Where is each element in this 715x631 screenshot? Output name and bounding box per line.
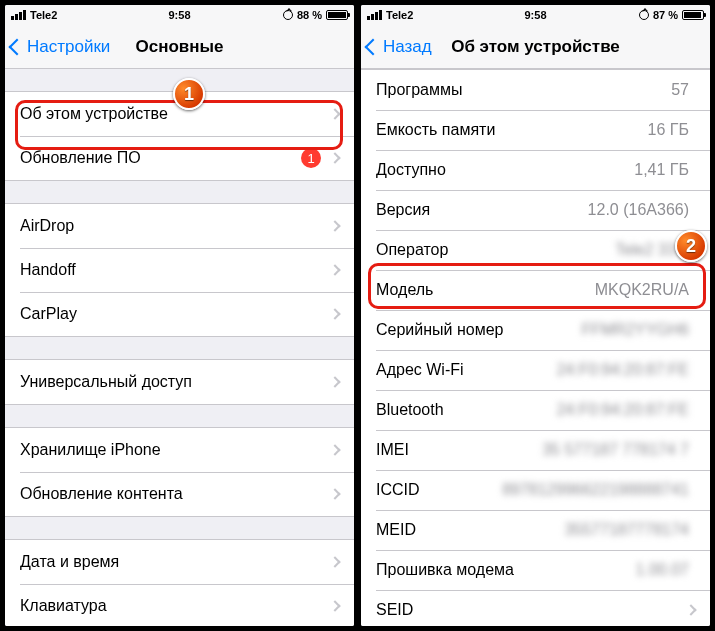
chevron-right-icon — [329, 308, 340, 319]
settings-row[interactable]: AirDrop — [5, 204, 354, 248]
settings-row[interactable]: Универсальный доступ — [5, 360, 354, 404]
about-row: Версия12.0 (16A366) — [361, 190, 710, 230]
settings-row[interactable]: Дата и время — [5, 540, 354, 584]
signal-icon — [11, 10, 26, 20]
chevron-right-icon — [329, 444, 340, 455]
about-row: MEID35577187778174 — [361, 510, 710, 550]
row-label: Емкость памяти — [376, 121, 648, 139]
signal-icon — [367, 10, 382, 20]
settings-group: Хранилище iPhoneОбновление контента — [5, 427, 354, 517]
about-row: МодельMKQK2RU/A — [361, 270, 710, 310]
row-label: Хранилище iPhone — [20, 441, 331, 459]
settings-row[interactable]: Handoff — [5, 248, 354, 292]
about-row[interactable]: SEID — [361, 590, 710, 626]
orientation-lock-icon — [639, 10, 649, 20]
about-row: Прошивка модема1.00.07 — [361, 550, 710, 590]
settings-row[interactable]: Обновление ПО1 — [5, 136, 354, 180]
chevron-right-icon — [329, 376, 340, 387]
row-label: Программы — [376, 81, 671, 99]
row-value: 35 577187 778174 7 — [542, 441, 689, 459]
battery-percent: 88 % — [297, 9, 322, 21]
update-badge: 1 — [301, 148, 321, 168]
navbar: Настройки Основные — [5, 25, 354, 69]
row-value: 12.0 (16A366) — [588, 201, 689, 219]
row-value: 57 — [671, 81, 689, 99]
row-label: AirDrop — [20, 217, 331, 235]
back-button[interactable]: Назад — [367, 37, 432, 57]
row-label: Bluetooth — [376, 401, 556, 419]
row-value: 35577187778174 — [564, 521, 689, 539]
row-label: Обновление ПО — [20, 149, 301, 167]
row-label: Адрес Wi-Fi — [376, 361, 556, 379]
chevron-right-icon — [329, 220, 340, 231]
navbar: Назад Об этом устройстве — [361, 25, 710, 69]
carrier-label: Tele2 — [30, 9, 57, 21]
settings-group: Универсальный доступ — [5, 359, 354, 405]
clock: 9:58 — [524, 9, 546, 21]
row-label: Универсальный доступ — [20, 373, 331, 391]
about-row: Емкость памяти16 ГБ — [361, 110, 710, 150]
settings-list[interactable]: Об этом устройствеОбновление ПО1AirDropH… — [5, 69, 354, 626]
about-row: Доступно1,41 ГБ — [361, 150, 710, 190]
row-label: Оператор — [376, 241, 615, 259]
phone-about-device: Tele2 9:58 87 % Назад Об этом устройстве… — [361, 5, 710, 626]
row-label: ICCID — [376, 481, 502, 499]
row-value: 897812996622198888741 — [502, 481, 689, 499]
settings-group: Дата и времяКлавиатура — [5, 539, 354, 626]
battery-icon — [682, 10, 704, 20]
settings-group: AirDropHandoffCarPlay — [5, 203, 354, 337]
row-label: Об этом устройстве — [20, 105, 331, 123]
status-bar: Tele2 9:58 88 % — [5, 5, 354, 25]
about-row: Программы57 — [361, 70, 710, 110]
settings-row[interactable]: Клавиатура — [5, 584, 354, 626]
chevron-right-icon — [329, 556, 340, 567]
chevron-right-icon — [329, 152, 340, 163]
settings-row[interactable]: CarPlay — [5, 292, 354, 336]
settings-row[interactable]: Хранилище iPhone — [5, 428, 354, 472]
back-button[interactable]: Настройки — [11, 37, 110, 57]
row-label: SEID — [376, 601, 687, 619]
chevron-left-icon — [365, 38, 382, 55]
row-value: 24:F0:94:20:87:FE — [556, 401, 689, 419]
carrier-label: Tele2 — [386, 9, 413, 21]
battery-icon — [326, 10, 348, 20]
row-value: 1.00.07 — [636, 561, 689, 579]
row-label: MEID — [376, 521, 564, 539]
chevron-right-icon — [685, 604, 696, 615]
row-value: 16 ГБ — [648, 121, 689, 139]
row-label: CarPlay — [20, 305, 331, 323]
row-value: 24:F0:94:20:87:FE — [556, 361, 689, 379]
row-label: Версия — [376, 201, 588, 219]
chevron-right-icon — [329, 264, 340, 275]
clock: 9:58 — [168, 9, 190, 21]
back-label: Назад — [383, 37, 432, 57]
page-title: Основные — [135, 37, 223, 57]
row-label: Дата и время — [20, 553, 331, 571]
row-label: Клавиатура — [20, 597, 331, 615]
status-bar: Tele2 9:58 87 % — [361, 5, 710, 25]
row-value: MKQK2RU/A — [595, 281, 689, 299]
row-value: 1,41 ГБ — [634, 161, 689, 179]
about-row: IMEI35 577187 778174 7 — [361, 430, 710, 470]
battery-percent: 87 % — [653, 9, 678, 21]
chevron-right-icon — [329, 488, 340, 499]
about-list[interactable]: Программы57Емкость памяти16 ГБДоступно1,… — [361, 69, 710, 626]
about-row: Bluetooth24:F0:94:20:87:FE — [361, 390, 710, 430]
chevron-left-icon — [9, 38, 26, 55]
about-row: Серийный номерFFMR2YYGH6 — [361, 310, 710, 350]
about-row: Адрес Wi-Fi24:F0:94:20:87:FE — [361, 350, 710, 390]
row-value: FFMR2YYGH6 — [581, 321, 689, 339]
row-label: Handoff — [20, 261, 331, 279]
chevron-right-icon — [329, 108, 340, 119]
row-label: Модель — [376, 281, 595, 299]
back-label: Настройки — [27, 37, 110, 57]
row-label: Прошивка модема — [376, 561, 636, 579]
settings-row[interactable]: Обновление контента — [5, 472, 354, 516]
callout-number-2: 2 — [675, 230, 707, 262]
phone-general-settings: Tele2 9:58 88 % Настройки Основные Об эт… — [5, 5, 354, 626]
row-label: IMEI — [376, 441, 542, 459]
page-title: Об этом устройстве — [451, 37, 620, 57]
row-label: Серийный номер — [376, 321, 581, 339]
about-row: ОператорTele2 33.0 — [361, 230, 710, 270]
orientation-lock-icon — [283, 10, 293, 20]
